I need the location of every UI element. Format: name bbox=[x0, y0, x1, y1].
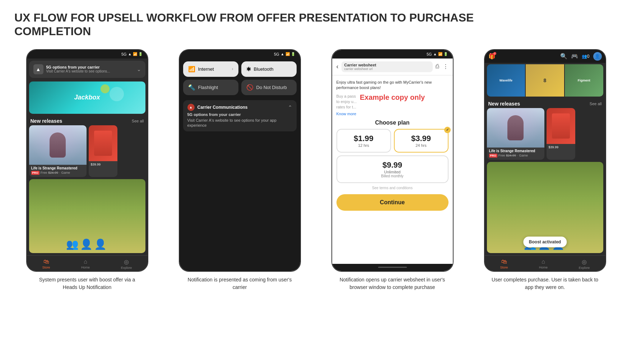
screen1-new-releases-header: New releases See all bbox=[27, 115, 148, 125]
plan-selected-checkmark: ✓ bbox=[444, 127, 451, 133]
websheet-toolbar: ‹ Carrier websheet carrier websheet url … bbox=[332, 59, 453, 75]
screen4-nav-explore[interactable]: ◎ Explore bbox=[579, 258, 590, 270]
notif-chevron-icon: ⌄ bbox=[137, 66, 141, 72]
internet-tile[interactable]: 📶 Internet › bbox=[183, 61, 238, 77]
screen4-top-bar: 🎁 2 🔍 🎮 👥0 👤 bbox=[485, 50, 605, 63]
screen4-game1-info: Life is Strange Remastered PRO Free $24.… bbox=[487, 148, 544, 160]
s4-store-icon: 🛍 bbox=[501, 258, 507, 265]
share-icon[interactable]: ⎙ bbox=[436, 63, 439, 70]
websheet-bottom-bar bbox=[332, 264, 453, 271]
home-icon: ⌂ bbox=[84, 258, 87, 265]
websheet-toolbar-icons: ⎙ ⋮ bbox=[436, 63, 449, 70]
plan-card-399[interactable]: $3.99 24 hrs bbox=[394, 129, 449, 153]
screen1-nav-home[interactable]: ⌂ Home bbox=[81, 258, 90, 270]
know-more-link[interactable]: Know more bbox=[336, 112, 449, 116]
banner-decoration2 bbox=[101, 84, 110, 93]
screen4-new-releases-header: New releases See all bbox=[485, 98, 605, 108]
screen1-nav-store[interactable]: 🛍 Store bbox=[42, 258, 50, 270]
user-avatar[interactable]: 👤 bbox=[593, 52, 602, 61]
choose-plan-title: Choose plan bbox=[336, 120, 449, 126]
screen4-games-row: Life is Strange Remastered PRO Free $24.… bbox=[485, 108, 605, 160]
carrier-notif-expand-icon[interactable]: ⌃ bbox=[288, 104, 292, 110]
screen2-quick-tiles: 📶 Internet › ✱ Bluetooth 🔦 Flashlight bbox=[180, 59, 300, 98]
screen4-game1-card[interactable]: Life is Strange Remastered PRO Free $24.… bbox=[487, 108, 544, 160]
screen1-notification[interactable]: ▲ 5G options from your carrier Visit Car… bbox=[29, 61, 145, 78]
screen1-nav-explore[interactable]: ◎ Explore bbox=[121, 258, 132, 270]
screen4-game-type: Game bbox=[519, 154, 528, 157]
screen1-game-type: Game bbox=[61, 171, 70, 174]
s2-signal-icon: ▲ bbox=[281, 52, 284, 56]
moto-thumb bbox=[94, 131, 112, 156]
plan-199-duration: 12 hrs bbox=[341, 143, 386, 148]
battery-icon: 🔋 bbox=[138, 52, 143, 56]
terms-text[interactable]: See terms and conditions bbox=[336, 186, 449, 190]
screen1-description: System presents user with boost offer vi… bbox=[33, 276, 141, 291]
screen2-phone: 5G ▲ 📶 🔋 📶 Internet › bbox=[179, 49, 301, 272]
screen2-status-bar: 5G ▲ 📶 🔋 bbox=[180, 50, 300, 59]
carrier-notif-body: Visit Carrier A's website to see options… bbox=[187, 118, 292, 128]
screen4-see-all[interactable]: See all bbox=[590, 102, 602, 106]
s3-battery-icon: 🔋 bbox=[443, 52, 448, 56]
screen4-nav-home[interactable]: ⌂ Home bbox=[539, 258, 548, 270]
bluetooth-label: Bluetooth bbox=[254, 66, 274, 72]
bluetooth-tile[interactable]: ✱ Bluetooth bbox=[241, 61, 297, 77]
websheet-back-btn[interactable]: ‹ bbox=[336, 63, 339, 70]
screen1-game2-card[interactable]: $39.99 bbox=[89, 125, 117, 177]
screen2-block: 5G ▲ 📶 🔋 📶 Internet › bbox=[167, 49, 312, 291]
continue-button[interactable]: Continue bbox=[336, 194, 449, 211]
websheet-url: carrier websheet url bbox=[344, 67, 430, 71]
home-indicator bbox=[378, 267, 407, 268]
carrier-notif-left: ▲ Carrier Communications bbox=[187, 104, 248, 111]
screen4-game2-card[interactable]: $39.99 bbox=[547, 108, 575, 160]
plan-card-399-wrapper: $3.99 24 hrs ✓ bbox=[394, 129, 449, 153]
screen3-phone: 5G ▲ 📶 🔋 ‹ Carrier websheet carrier webs… bbox=[331, 49, 454, 272]
screen2-carrier-notif[interactable]: ▲ Carrier Communications ⌃ 5G options fr… bbox=[183, 100, 297, 132]
dnd-tile[interactable]: 🚫 Do Not Disturb bbox=[241, 80, 297, 95]
s4-home-icon: ⌂ bbox=[542, 258, 545, 265]
screen4-block: 🎁 2 🔍 🎮 👥0 👤 Wavelife bbox=[472, 49, 618, 291]
screen1-game1-card[interactable]: Life is Strange Remastered PRO Free $24.… bbox=[29, 125, 87, 177]
screen2-description: Notification is presented as coming from… bbox=[186, 276, 294, 291]
plan-card-999-wrapper: $9.99 Unlimited Billed monthly bbox=[336, 155, 449, 183]
screen1-phone: 5G ▲ 📶 🔋 ▲ 5G options from your carrier … bbox=[26, 49, 148, 272]
screen4-section-title: New releases bbox=[488, 101, 520, 107]
explore-icon: ◎ bbox=[124, 258, 129, 265]
internet-label: Internet bbox=[198, 66, 214, 72]
plan-199-price: $1.99 bbox=[341, 134, 386, 143]
banner-decoration bbox=[110, 87, 124, 101]
screen1-game1-img bbox=[29, 125, 87, 165]
screen4-bottom-banner: 👥👤👤 Boost activated bbox=[487, 162, 603, 253]
page-title: UX FLOW FOR UPSELL WORKFLOW FROM OFFER P… bbox=[14, 11, 517, 38]
screen3-status-icons: ▲ 📶 🔋 bbox=[433, 52, 448, 56]
search-icon[interactable]: 🔍 bbox=[560, 53, 567, 60]
screen4-nav-store[interactable]: 🛍 Store bbox=[500, 258, 508, 270]
screen1-status-5g: 5G bbox=[121, 52, 127, 56]
screen2-status-icons: ▲ 📶 🔋 bbox=[281, 52, 295, 56]
screen1-see-all[interactable]: See all bbox=[132, 119, 144, 123]
banner-game-name: Jackbox bbox=[74, 94, 100, 101]
screen1-section-title: New releases bbox=[31, 118, 62, 124]
example-copy-overlay: Example copy only bbox=[360, 93, 425, 102]
s3-signal-icon: ▲ bbox=[433, 52, 437, 56]
s2-wifi-icon: 📶 bbox=[285, 52, 290, 56]
banner-waveline: Wavelife bbox=[487, 64, 525, 97]
plan-card-999[interactable]: $9.99 Unlimited Billed monthly bbox=[336, 155, 449, 183]
plan-399-price: $3.99 bbox=[399, 134, 443, 143]
carrier-notif-header: ▲ Carrier Communications ⌃ bbox=[187, 104, 292, 111]
screen1-status-icons: ▲ 📶 🔋 bbox=[128, 52, 143, 56]
s4-game1-character bbox=[507, 115, 524, 140]
screen4-store-label: Store bbox=[500, 266, 508, 269]
screen1-bottom-nav: 🛍 Store ⌂ Home ◎ Explore bbox=[27, 255, 148, 271]
more-icon[interactable]: ⋮ bbox=[443, 63, 449, 70]
carrier-notif-title: Carrier Communications bbox=[198, 105, 248, 110]
banner-figment: Figment bbox=[565, 64, 603, 97]
controller-icon[interactable]: 🎮 bbox=[571, 53, 578, 60]
s4-explore-icon: ◎ bbox=[582, 258, 587, 265]
screen2-status-5g: 5G bbox=[274, 52, 279, 56]
screen4-pro-badge: PRO bbox=[489, 154, 497, 158]
flashlight-tile[interactable]: 🔦 Flashlight bbox=[183, 80, 238, 95]
screen4-phone: 🎁 2 🔍 🎮 👥0 👤 Wavelife bbox=[484, 49, 606, 272]
plan-card-199[interactable]: $1.99 12 hrs bbox=[336, 129, 391, 153]
gifts-icon-wrapper: 🎁 2 bbox=[488, 53, 496, 60]
game1-character bbox=[50, 132, 66, 158]
